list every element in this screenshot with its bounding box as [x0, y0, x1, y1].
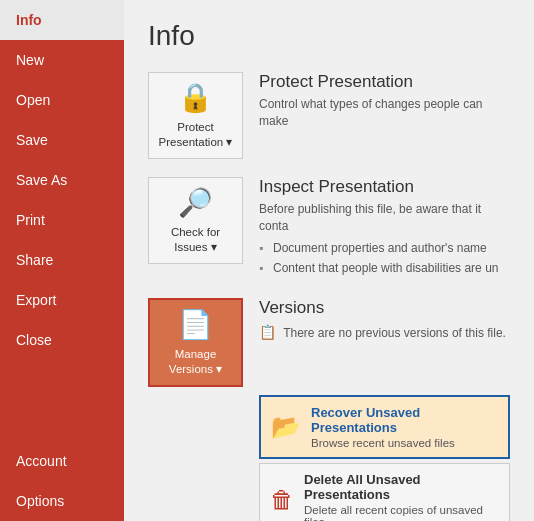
recover-unsaved-button[interactable]: 📂 Recover Unsaved Presentations Browse r…	[259, 395, 510, 459]
sidebar-item-print[interactable]: Print	[0, 200, 124, 240]
manage-versions-button[interactable]: 📄 ManageVersions ▾	[148, 298, 243, 387]
protect-button[interactable]: 🔒 ProtectPresentation ▾	[148, 72, 243, 159]
sidebar-item-new[interactable]: New	[0, 40, 124, 80]
sidebar-item-export[interactable]: Export	[0, 280, 124, 320]
versions-content: Versions 📋 There are no previous version…	[259, 298, 510, 340]
inspect-section: 🔎 Check forIssues ▾ Inspect Presentation…	[148, 177, 510, 280]
versions-section: 📄 ManageVersions ▾ Versions 📋 There are …	[148, 298, 510, 387]
delete-title: Delete All Unsaved Presentations	[304, 472, 499, 502]
sidebar-item-open[interactable]: Open	[0, 80, 124, 120]
delete-unsaved-button[interactable]: 🗑 Delete All Unsaved Presentations Delet…	[259, 463, 510, 521]
recover-desc: Browse recent unsaved files	[311, 437, 498, 449]
sidebar-item-saveas[interactable]: Save As	[0, 160, 124, 200]
sidebar-item-account[interactable]: Account	[0, 441, 124, 481]
delete-text: Delete All Unsaved Presentations Delete …	[304, 472, 499, 521]
sidebar: Info New Open Save Save As Print Share E…	[0, 0, 124, 521]
inspect-title: Inspect Presentation	[259, 177, 510, 197]
protect-content: Protect Presentation Control what types …	[259, 72, 510, 130]
lock-icon: 🔒	[178, 81, 213, 114]
inspect-list: Document properties and author's name Co…	[259, 240, 510, 277]
inspect-btn-label: Check forIssues ▾	[171, 225, 220, 255]
sub-actions: 📂 Recover Unsaved Presentations Browse r…	[259, 395, 510, 521]
delete-icon: 🗑	[270, 486, 294, 514]
sidebar-item-info[interactable]: Info	[0, 0, 124, 40]
versions-no-previous: 📋 There are no previous versions of this…	[259, 324, 510, 340]
protect-title: Protect Presentation	[259, 72, 510, 92]
sidebar-item-save[interactable]: Save	[0, 120, 124, 160]
inspect-icon: 🔎	[178, 186, 213, 219]
protect-desc: Control what types of changes people can…	[259, 96, 510, 130]
protect-btn-label: ProtectPresentation ▾	[159, 120, 233, 150]
sidebar-item-close[interactable]: Close	[0, 320, 124, 360]
sidebar-spacer	[0, 360, 124, 441]
page-title: Info	[148, 20, 510, 52]
delete-desc: Delete all recent copies of unsaved file…	[304, 504, 499, 521]
recover-title: Recover Unsaved Presentations	[311, 405, 498, 435]
recover-icon: 📂	[271, 413, 301, 441]
protect-section: 🔒 ProtectPresentation ▾ Protect Presenta…	[148, 72, 510, 159]
versions-btn-label: ManageVersions ▾	[169, 347, 222, 377]
sidebar-item-options[interactable]: Options	[0, 481, 124, 521]
versions-title: Versions	[259, 298, 510, 318]
inspect-list-item: Document properties and author's name	[259, 240, 510, 257]
check-issues-button[interactable]: 🔎 Check forIssues ▾	[148, 177, 243, 264]
versions-no-icon: 📋	[259, 324, 276, 340]
recover-text: Recover Unsaved Presentations Browse rec…	[311, 405, 498, 449]
inspect-content: Inspect Presentation Before publishing t…	[259, 177, 510, 280]
sidebar-item-share[interactable]: Share	[0, 240, 124, 280]
inspect-desc: Before publishing this file, be aware th…	[259, 201, 510, 235]
main-content: Info 🔒 ProtectPresentation ▾ Protect Pre…	[124, 0, 534, 521]
versions-icon: 📄	[178, 308, 213, 341]
inspect-list-item: Content that people with disabilities ar…	[259, 260, 510, 277]
